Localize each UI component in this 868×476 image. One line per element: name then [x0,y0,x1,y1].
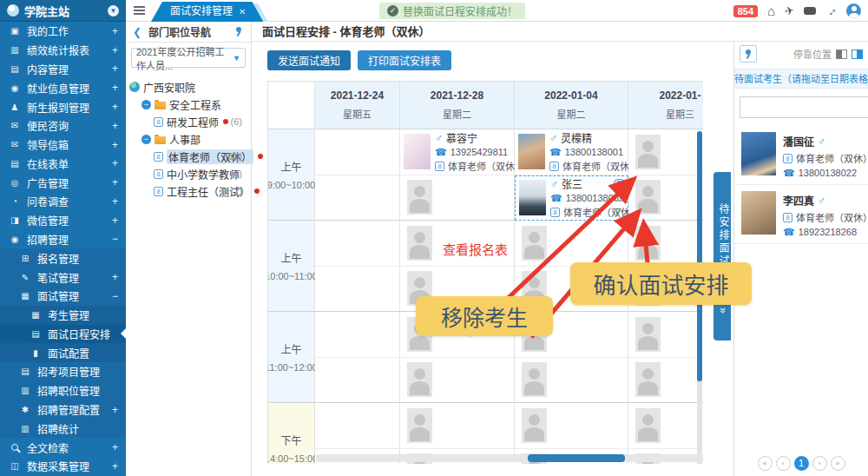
dock-left-icon[interactable] [836,50,847,59]
send-interview-notice-button[interactable]: 发送面试通知 [267,50,351,70]
schedule-cell[interactable] [628,403,703,449]
sidebar-item[interactable]: 全文检索+ [0,438,126,457]
sidebar-item[interactable]: ◎广告管理+ [0,173,126,192]
schedule-cell[interactable] [515,403,628,449]
sidebar-item[interactable]: ◉就业信息管理+ [0,78,126,97]
schedule-cell[interactable]: ♂张三☎138001380038体育老师（双休）✓ [515,175,628,221]
schedule-cell[interactable] [315,267,400,313]
sidebar-item[interactable]: ◫数据采集管理+ [0,457,126,476]
sidebar-item[interactable]: ⊞报名管理 [0,248,126,268]
table-icon: ⊞ [19,254,31,263]
tree-node[interactable]: 8体育老师（双休）(18) [129,148,247,165]
site-title: 学院主站 [24,3,69,19]
collapse-minus-icon[interactable]: − [141,100,151,109]
collapse-minus-icon[interactable]: − [141,135,151,144]
header-corner-cell [268,82,315,129]
sidebar-header[interactable]: 学院主站 ▼ [0,0,126,22]
vertical-scrollbar-thumb[interactable] [697,131,702,381]
sidebar-item[interactable]: ▥招聘统计 [0,419,126,438]
schedule-cell[interactable] [315,358,400,404]
pin-button[interactable] [740,45,757,63]
view-form-icon[interactable] [614,179,625,187]
sidebar-item[interactable]: ▦考生管理 [0,306,126,325]
candidate-card[interactable]: ♂灵檬精☎138001380018体育老师（双休） [518,130,624,173]
search-input[interactable] [740,96,868,118]
schedule-cell[interactable] [628,358,703,404]
collapse-sidebar-icon[interactable] [134,10,145,11]
schedule-cell[interactable] [628,221,703,267]
schedule-cell[interactable]: ♂慕容宁☎139254298118体育老师（双休） [400,129,515,175]
schedule-cell[interactable]: ♂灵檬精☎138001380018体育老师（双休） [515,129,628,175]
chevron-left-icon[interactable]: ❮ [133,26,141,38]
sidebar-item[interactable]: ▣我的工作+ [0,22,126,41]
confirm-schedule-icon[interactable]: ✓ [615,206,624,217]
tree-node[interactable]: 8工程主任（测试）(2) [129,182,247,200]
pending-candidates-collapsed-tab[interactable]: 待安排面试的考生» [713,172,731,340]
photo-placeholder [522,408,547,443]
dock-right-icon[interactable] [852,50,863,59]
sidebar-item[interactable]: ✉便民咨询+ [0,116,126,136]
schedule-cell[interactable] [628,175,703,221]
tree-node[interactable]: 广西安职院 [129,78,247,96]
sidebar-item[interactable]: ▤内容管理+ [0,60,126,79]
pending-candidate-card[interactable]: 潘国征♂8体育老师（双休）☎13800138022 [734,126,868,185]
tree-node[interactable]: 8中小学数学教师(4) [129,165,247,182]
tree-node[interactable]: −安全工程系 [129,96,247,113]
sidebar-item[interactable]: ▥招聘职位管理 [0,381,126,400]
sidebar-item-label: 便民咨询 [27,118,69,133]
schedule-cell[interactable] [628,312,703,358]
sidebar-item[interactable]: ▦面试管理− [0,287,126,306]
schedule-cell[interactable] [400,403,515,449]
schedule-cell[interactable] [315,129,400,175]
sidebar-item[interactable]: ✉领导信箱+ [0,136,126,155]
schedule-cell[interactable] [315,403,400,449]
expand-plus-icon: + [112,271,118,283]
tab-interview-management[interactable]: 面试安排管理✕ [151,2,263,22]
project-select[interactable]: 2021年度公开招聘工作人员... ▼ [131,48,246,68]
sidebar-item[interactable]: ✱招聘管理配置+ [0,400,126,420]
first-page-button[interactable]: « [758,456,773,471]
user-avatar-icon[interactable] [846,3,861,18]
expand-icon[interactable]: ↔ [823,3,838,18]
sidebar-item[interactable]: ▤面试日程安排 [0,325,126,344]
send-icon[interactable]: ✈ [784,4,795,17]
sidebar-item[interactable]: ◉招聘管理− [0,230,126,249]
sidebar-item[interactable]: ▥绩效统计报表+ [0,41,126,60]
sidebar-item[interactable]: ▤在线表单+ [0,154,126,173]
next-page-button[interactable]: › [812,456,827,471]
schedule-cell[interactable] [628,129,703,175]
sidebar-item[interactable]: ▤招考项目管理 [0,362,126,381]
briefcase-icon: ◉ [9,83,21,93]
horizontal-scrollbar-thumb[interactable] [528,454,625,462]
sidebar-item[interactable]: ▮面试配置 [0,343,126,362]
sidebar-item[interactable]: ◔问卷调查+ [0,192,126,211]
notification-badge[interactable]: 854 [733,5,758,17]
remove-candidate-icon[interactable] [615,193,623,202]
print-schedule-button[interactable]: 打印面试安排表 [358,50,451,70]
pin-icon[interactable] [233,26,244,37]
prev-page-button[interactable]: ‹ [776,456,791,471]
schedule-cell[interactable] [400,175,515,221]
pending-candidate-card[interactable]: 李四真♂8体育老师（双休）☎18923218268 [734,185,868,244]
sidebar-item[interactable]: ✎笔试管理+ [0,268,126,287]
candidate-phone: 13925429811 [450,147,508,157]
phone-icon: ☎ [783,228,795,237]
sidebar-item[interactable]: ◨微信管理+ [0,211,126,230]
close-tab-icon[interactable]: ✕ [239,7,246,17]
tree-node[interactable]: −人事部 [129,130,247,148]
schedule-cell[interactable] [315,312,400,358]
schedule-cell[interactable] [515,358,628,404]
candidate-card[interactable]: ♂张三☎138001380038体育老师（双休） [519,176,624,219]
schedule-cell[interactable] [515,221,628,267]
chevron-down-icon[interactable]: ▼ [108,5,119,17]
sidebar-item[interactable]: ♟新生报到管理+ [0,97,126,116]
schedule-cell[interactable] [315,221,400,267]
tree-node[interactable]: 8研发工程师(6) [129,113,247,130]
schedule-cell[interactable] [400,358,515,404]
home-icon[interactable]: ⌂ [767,4,775,17]
horizontal-scrollbar[interactable] [316,454,703,462]
chat-icon[interactable] [804,7,816,15]
last-page-button[interactable]: » [831,456,845,471]
schedule-cell[interactable] [315,175,400,221]
candidate-card[interactable]: ♂慕容宁☎139254298118体育老师（双休） [404,130,510,173]
